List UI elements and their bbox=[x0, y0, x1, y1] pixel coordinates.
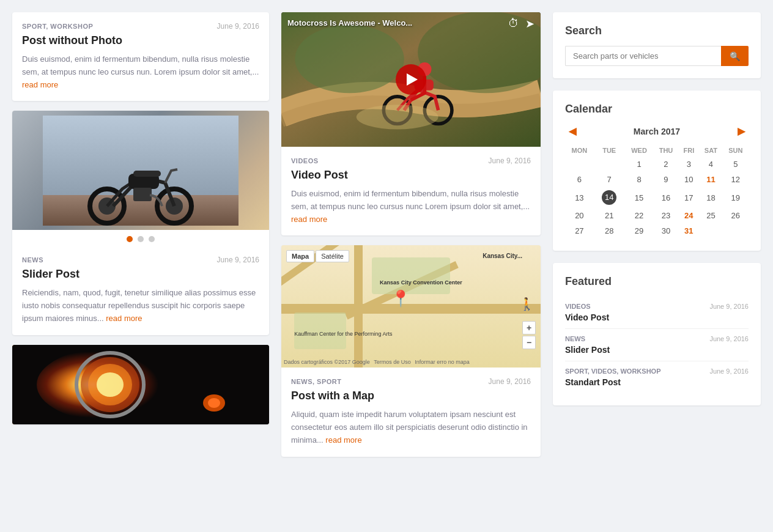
map-label-convention: Kansas City Convention Center bbox=[380, 279, 462, 286]
map-credits: Dados cartográficos ©2017 Google Termos … bbox=[284, 359, 470, 365]
calendar-prev-button[interactable]: ◀ bbox=[565, 124, 580, 138]
search-button[interactable]: 🔍 bbox=[721, 46, 749, 66]
card-title: Slider Post bbox=[22, 268, 259, 281]
calendar-grid: MON TUE WED THU FRI SAT SUN 123456789101… bbox=[565, 144, 749, 238]
card-date: June 9, 2016 bbox=[489, 157, 531, 165]
calendar-day[interactable]: 8 bbox=[625, 172, 654, 187]
featured-categories: SPORT, VIDEOS, WORKSHOP bbox=[565, 368, 660, 375]
card-excerpt: Reiciendis, nam, quod, fugit, tenetur si… bbox=[22, 287, 259, 325]
calendar-day[interactable]: 24 bbox=[679, 208, 700, 223]
card-meta: NEWS, SPORT June 9, 2016 bbox=[291, 377, 531, 386]
map-thumbnail: Mapa Satélite Kansas City... Kansas City… bbox=[281, 245, 541, 368]
zoom-out-button[interactable]: − bbox=[522, 336, 536, 349]
svg-point-14 bbox=[97, 372, 124, 397]
video-thumbnail: Motocross Is Awesome - Welco... ⏱ ➤ bbox=[281, 12, 541, 147]
card-meta: VIDEOS June 9, 2016 bbox=[291, 157, 531, 165]
featured-title[interactable]: Slider Post bbox=[565, 345, 749, 355]
calendar-day[interactable]: 28 bbox=[594, 223, 625, 238]
calendar-day[interactable]: 19 bbox=[723, 187, 749, 208]
motorcycle-image bbox=[12, 111, 269, 230]
calendar-day[interactable]: 30 bbox=[653, 223, 678, 238]
card-categories: NEWS bbox=[22, 256, 43, 264]
dot-1[interactable] bbox=[127, 236, 133, 242]
calendar-day[interactable]: 29 bbox=[625, 223, 654, 238]
calendar-day[interactable]: 23 bbox=[653, 208, 678, 223]
zoom-in-button[interactable]: + bbox=[522, 321, 536, 334]
calendar-day bbox=[565, 157, 594, 172]
cal-header-fri: FRI bbox=[679, 144, 700, 157]
read-more-link[interactable]: read more bbox=[22, 80, 58, 89]
search-input[interactable] bbox=[565, 46, 721, 66]
read-more-link[interactable]: read more bbox=[325, 435, 361, 445]
calendar-day[interactable]: 16 bbox=[653, 187, 678, 208]
calendar-day[interactable]: 11 bbox=[699, 172, 723, 187]
share-icon: ➤ bbox=[525, 17, 534, 31]
calendar-day[interactable]: 17 bbox=[679, 187, 700, 208]
map-post-card: Mapa Satélite Kansas City... Kansas City… bbox=[281, 245, 541, 456]
featured-title[interactable]: Standart Post bbox=[565, 377, 749, 387]
motorcycle-svg bbox=[43, 116, 239, 226]
featured-meta: NEWS June 9, 2016 bbox=[565, 335, 749, 342]
map-controls: + − bbox=[522, 321, 536, 349]
video-icons: ⏱ ➤ bbox=[508, 17, 534, 31]
calendar-day[interactable]: 9 bbox=[653, 172, 678, 187]
map-terms-link[interactable]: Termos de Uso bbox=[374, 359, 411, 365]
card-categories: VIDEOS bbox=[291, 157, 319, 164]
card-date: June 9, 2016 bbox=[217, 256, 259, 264]
video-title-overlay: Motocross Is Awesome - Welco... bbox=[287, 18, 412, 28]
headlight-svg bbox=[12, 345, 269, 424]
calendar-day[interactable]: 6 bbox=[565, 172, 594, 187]
featured-widget: Featured VIDEOS June 9, 2016 Video Post … bbox=[553, 263, 761, 405]
right-sidebar: Search 🔍 Calendar ◀ March 2017 ▶ MON bbox=[553, 12, 761, 457]
dot-2[interactable] bbox=[138, 236, 144, 242]
calendar-next-button[interactable]: ▶ bbox=[734, 124, 749, 138]
featured-item[interactable]: VIDEOS June 9, 2016 Video Post bbox=[565, 297, 749, 329]
calendar-day[interactable]: 7 bbox=[594, 172, 625, 187]
map-tab-mapa[interactable]: Mapa bbox=[286, 250, 314, 262]
calendar-day[interactable]: 15 bbox=[625, 187, 654, 208]
calendar-day[interactable]: 12 bbox=[723, 172, 749, 187]
calendar-day[interactable]: 3 bbox=[679, 157, 700, 172]
calendar-day[interactable]: 21 bbox=[594, 208, 625, 223]
calendar-day[interactable]: 22 bbox=[625, 208, 654, 223]
cal-header-tue: TUE bbox=[594, 144, 625, 157]
play-button[interactable] bbox=[396, 64, 426, 95]
read-more-link[interactable]: read more bbox=[106, 314, 142, 323]
card-title: Post without Photo bbox=[22, 34, 259, 47]
calendar-header: ◀ March 2017 ▶ bbox=[565, 124, 749, 138]
calendar-day[interactable]: 26 bbox=[723, 208, 749, 223]
map-report: Informar erro no mapa bbox=[415, 359, 470, 365]
card-excerpt: Duis euismod, enim id fermentum bibendum… bbox=[22, 53, 259, 91]
calendar-day[interactable]: 5 bbox=[723, 157, 749, 172]
calendar-day[interactable]: 25 bbox=[699, 208, 723, 223]
read-more-link[interactable]: read more bbox=[291, 215, 327, 224]
featured-title[interactable]: Video Post bbox=[565, 312, 749, 322]
cal-header-mon: MON bbox=[565, 144, 594, 157]
calendar-day[interactable]: 1 bbox=[625, 157, 654, 172]
featured-item[interactable]: NEWS June 9, 2016 Slider Post bbox=[565, 329, 749, 361]
dot-3[interactable] bbox=[149, 236, 155, 242]
featured-categories: NEWS bbox=[565, 335, 585, 342]
card-excerpt: Duis euismod, enim id fermentum bibendum… bbox=[291, 188, 531, 226]
card-meta: NEWS June 9, 2016 bbox=[22, 256, 259, 264]
featured-item[interactable]: SPORT, VIDEOS, WORKSHOP June 9, 2016 Sta… bbox=[565, 361, 749, 393]
calendar-day[interactable]: 18 bbox=[699, 187, 723, 208]
map-label-kauffman: Kauffman Center for the Performing Arts bbox=[294, 331, 392, 337]
calendar-day[interactable]: 13 bbox=[565, 187, 594, 208]
calendar-day[interactable]: 20 bbox=[565, 208, 594, 223]
featured-date: June 9, 2016 bbox=[709, 335, 749, 342]
card-title: Video Post bbox=[291, 169, 531, 182]
calendar-day[interactable]: 10 bbox=[679, 172, 700, 187]
calendar-day[interactable]: 31 bbox=[679, 223, 700, 238]
calendar-day[interactable]: 4 bbox=[699, 157, 723, 172]
search-widget: Search 🔍 bbox=[553, 12, 761, 78]
cal-header-thu: THU bbox=[653, 144, 678, 157]
calendar-day[interactable]: 14 bbox=[594, 187, 625, 208]
map-tab-satelite[interactable]: Satélite bbox=[316, 250, 349, 262]
headlight-card bbox=[12, 345, 269, 424]
cal-header-wed: WED bbox=[625, 144, 654, 157]
calendar-day[interactable]: 27 bbox=[565, 223, 594, 238]
map-label-kc: Kansas City... bbox=[483, 253, 522, 259]
map-inner: Mapa Satélite Kansas City... Kansas City… bbox=[281, 245, 541, 368]
calendar-day[interactable]: 2 bbox=[653, 157, 678, 172]
